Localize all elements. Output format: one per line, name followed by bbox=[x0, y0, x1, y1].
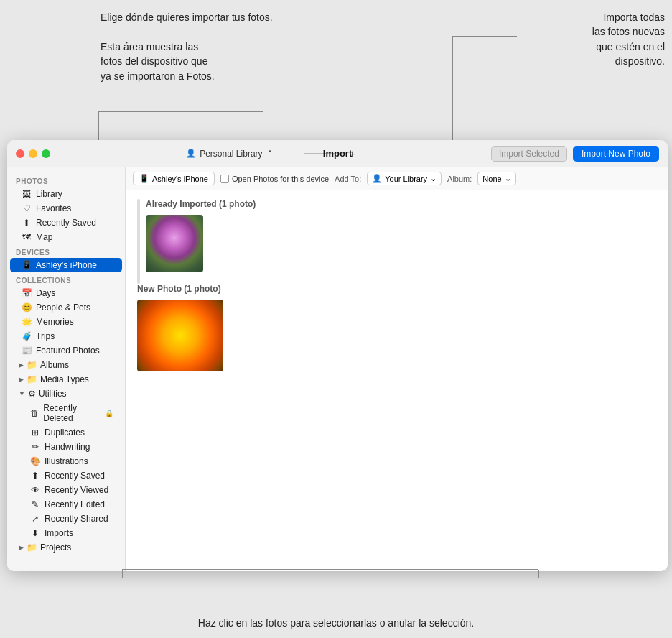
memories-icon: 🌟 bbox=[22, 317, 32, 327]
close-button[interactable] bbox=[16, 149, 24, 158]
sidebar-item-label: Recently Viewed bbox=[45, 485, 108, 495]
callout-top-left-2: Esta área muestra las fotos del disposit… bbox=[101, 40, 215, 83]
flower-image-2 bbox=[137, 300, 223, 371]
new-photo-1[interactable] bbox=[137, 300, 223, 371]
upload-icon: ⬆ bbox=[22, 218, 32, 228]
library-dropdown[interactable]: 👤 Your Library ⌄ bbox=[367, 172, 442, 185]
triangle-icon: ▶ bbox=[19, 361, 24, 369]
sidebar-item-map[interactable]: 🗺 Map bbox=[10, 230, 122, 244]
callout-line-h2 bbox=[452, 36, 517, 37]
sidebar-item-recently-shared[interactable]: ↗ Recently Shared bbox=[10, 512, 122, 526]
sidebar-item-label: Featured Photos bbox=[36, 346, 100, 356]
new-photo-heading: New Photo (1 photo) bbox=[137, 284, 656, 294]
sidebar-item-trips[interactable]: 🧳 Trips bbox=[10, 329, 122, 343]
flower-image-1 bbox=[146, 215, 203, 272]
eye-icon: 👁 bbox=[30, 485, 40, 495]
edit-icon: ✎ bbox=[30, 499, 40, 509]
sidebar-item-label: Handwriting bbox=[45, 442, 90, 452]
sidebar-item-recently-saved[interactable]: ⬆ Recently Saved bbox=[10, 216, 122, 230]
sidebar-item-label: Recently Saved bbox=[45, 471, 105, 481]
already-imported-grid bbox=[146, 215, 656, 272]
chevron-down-icon: ⌄ bbox=[430, 174, 437, 183]
sidebar-item-recently-deleted[interactable]: 🗑 Recently Deleted 🔒 bbox=[10, 401, 122, 425]
sidebar-item-label: Favorites bbox=[36, 203, 71, 213]
media-types-group[interactable]: ▶ 📁 Media Types bbox=[10, 372, 122, 387]
lock-icon: 🔒 bbox=[105, 410, 113, 417]
devices-section-label: Devices bbox=[7, 244, 125, 258]
sidebar-item-favorites[interactable]: ♡ Favorites bbox=[10, 201, 122, 216]
utilities-icon: ⚙ bbox=[28, 389, 36, 399]
utilities-label: Utilities bbox=[39, 389, 67, 399]
titlebar: 👤 Personal Library ⌃ — + Import Import S… bbox=[7, 140, 668, 167]
traffic-lights bbox=[16, 149, 50, 158]
imported-content: Already Imported (1 photo) bbox=[146, 199, 656, 284]
projects-icon: 📁 bbox=[27, 542, 37, 553]
sidebar-item-label: Library bbox=[36, 189, 62, 199]
open-photos-checkbox[interactable]: Open Photos for this device bbox=[220, 175, 329, 183]
sidebar-item-label: People & Pets bbox=[36, 302, 90, 313]
library-dropdown-label: Your Library bbox=[385, 175, 427, 183]
device-tab-label: Ashley's iPhone bbox=[152, 175, 208, 183]
bottom-tick-left bbox=[122, 570, 123, 578]
add-to-label: Add To: bbox=[335, 175, 361, 183]
sidebar-item-label: Memories bbox=[36, 317, 74, 327]
projects-group[interactable]: ▶ 📁 Projects bbox=[10, 540, 122, 555]
bottom-line bbox=[122, 569, 538, 570]
duplicates-icon: ⊞ bbox=[30, 427, 40, 438]
new-photo-grid bbox=[137, 300, 656, 371]
bottom-annotation: Haz clic en las fotos para seleccionarla… bbox=[0, 609, 672, 631]
sidebar-item-handwriting[interactable]: ✏ Handwriting bbox=[10, 440, 122, 454]
sidebar-item-label: Recently Shared bbox=[45, 514, 108, 524]
sidebar-item-featured[interactable]: 📰 Featured Photos bbox=[10, 343, 122, 358]
open-photos-label: Open Photos for this device bbox=[232, 175, 329, 183]
sidebar-item-recently-saved-util[interactable]: ⬆ Recently Saved bbox=[10, 468, 122, 483]
album-label: Album: bbox=[447, 175, 472, 183]
sidebar-item-memories[interactable]: 🌟 Memories bbox=[10, 315, 122, 329]
triangle-icon: ▶ bbox=[19, 376, 24, 383]
sidebar-item-days[interactable]: 📅 Days bbox=[10, 286, 122, 300]
maximize-button[interactable] bbox=[42, 149, 50, 158]
sidebar-item-illustrations[interactable]: 🎨 Illustrations bbox=[10, 454, 122, 468]
sidebar-item-people[interactable]: 😊 People & Pets bbox=[10, 300, 122, 315]
device-tab[interactable]: 📱 Ashley's iPhone bbox=[133, 172, 215, 185]
new-photo-section: New Photo (1 photo) bbox=[137, 284, 656, 371]
sidebar-item-label: Recently Edited bbox=[45, 499, 105, 509]
heart-icon: ♡ bbox=[22, 203, 32, 213]
content-area: Already Imported (1 photo) New Photo (1 … bbox=[126, 190, 668, 571]
sidebar-item-label: Recently Deleted bbox=[43, 403, 101, 423]
callout-line-v1 bbox=[98, 111, 99, 140]
checkbox[interactable] bbox=[220, 175, 229, 183]
sidebar-item-label: Map bbox=[36, 232, 52, 242]
sidebar-item-imports[interactable]: ⬇ Imports bbox=[10, 526, 122, 540]
chevron-icon: ⌃ bbox=[266, 149, 274, 159]
map-icon: 🗺 bbox=[22, 232, 32, 242]
right-panel: 📱 Ashley's iPhone Open Photos for this d… bbox=[126, 167, 668, 571]
minimize-button[interactable] bbox=[29, 149, 37, 158]
imported-photo-1[interactable] bbox=[146, 215, 203, 272]
import-new-button[interactable]: Import New Photo bbox=[573, 146, 659, 162]
albums-group[interactable]: ▶ 📁 Albums bbox=[10, 358, 122, 372]
callout-top-right: Importa todas las fotos nuevas que estén… bbox=[592, 10, 665, 68]
sidebar-item-library[interactable]: 🖼 Library bbox=[10, 187, 122, 201]
trips-icon: 🧳 bbox=[22, 331, 32, 341]
imported-bracket bbox=[137, 199, 140, 284]
sidebar-item-recently-viewed[interactable]: 👁 Recently Viewed bbox=[10, 483, 122, 497]
share-icon: ↗ bbox=[30, 514, 40, 524]
media-icon: 📁 bbox=[27, 374, 37, 384]
collections-section-label: Collections bbox=[7, 272, 125, 286]
sidebar-item-label: Trips bbox=[36, 331, 55, 341]
bottom-tick-right bbox=[538, 570, 539, 578]
iphone-small-icon: 📱 bbox=[139, 174, 149, 183]
albums-icon: 📁 bbox=[27, 360, 37, 370]
sidebar-item-label: Ashley's iPhone bbox=[36, 260, 97, 270]
sidebar-item-recently-edited[interactable]: ✎ Recently Edited bbox=[10, 497, 122, 512]
bottom-callout-text: Haz clic en las fotos para seleccionarla… bbox=[0, 616, 672, 631]
import-selected-button[interactable]: Import Selected bbox=[491, 146, 567, 162]
library-selector[interactable]: 👤 Personal Library ⌃ bbox=[186, 149, 273, 159]
triangle-icon: ▼ bbox=[19, 390, 25, 397]
sidebar-item-duplicates[interactable]: ⊞ Duplicates bbox=[10, 425, 122, 440]
utilities-group[interactable]: ▼ ⚙ Utilities bbox=[10, 387, 122, 401]
album-dropdown[interactable]: None ⌄ bbox=[477, 172, 515, 185]
window-body: Photos 🖼 Library ♡ Favorites ⬆ Recently … bbox=[7, 167, 668, 571]
sidebar-item-device[interactable]: 📱 Ashley's iPhone bbox=[10, 258, 122, 272]
